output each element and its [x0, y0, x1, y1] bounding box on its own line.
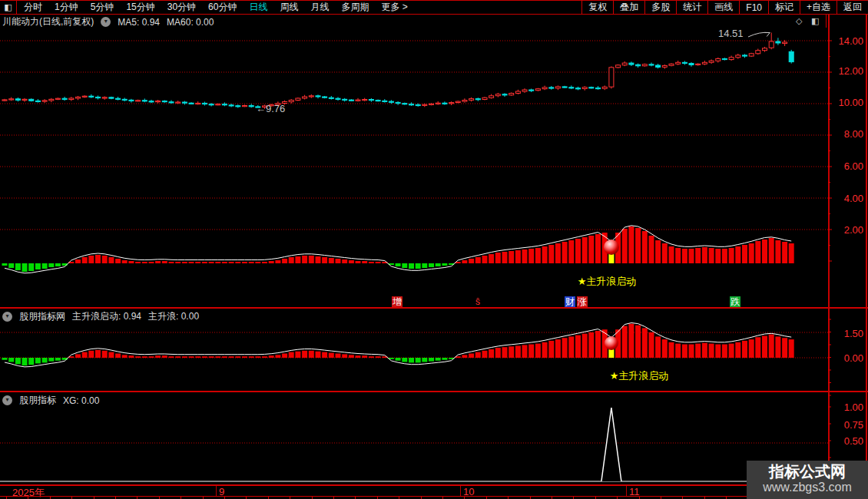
add-watchlist-button[interactable]: +自选 — [800, 1, 837, 14]
tab-monthly[interactable]: 月线 — [310, 1, 329, 14]
panel-separator — [0, 307, 868, 309]
panel2-title: 股朋指标网 — [19, 310, 65, 323]
marker-die[interactable]: 跌 — [730, 296, 740, 307]
tab-5min[interactable]: 5分钟 — [91, 1, 114, 14]
month-divider — [460, 486, 461, 496]
indicator-panel3-canvas[interactable] — [0, 392, 828, 484]
tongji-button[interactable]: 统计 — [676, 1, 707, 14]
tab-1min[interactable]: 1分钟 — [55, 1, 78, 14]
watermark-title: 指标公式网 — [747, 463, 868, 480]
header-divider — [826, 14, 827, 28]
tab-weekly[interactable]: 周线 — [280, 1, 298, 14]
panel-separator — [0, 391, 868, 392]
site-watermark: 指标公式网 www.zbgs3.com — [747, 461, 868, 499]
f10-button[interactable]: F10 — [739, 1, 768, 14]
ma60-readout: MA60: 0.00 — [167, 17, 214, 28]
duogu-button[interactable]: 多股 — [644, 1, 676, 14]
toolbar-right-buttons: 复权 叠加 多股 统计 画线 F10 标记 +自选 返回 — [581, 1, 868, 14]
tab-60min[interactable]: 60分钟 — [208, 1, 237, 14]
watermark-url: www.zbgs3.com — [747, 480, 868, 495]
date-axis[interactable]: 2025年 9 10 11 — [0, 484, 868, 499]
ma5-readout: MA5: 0.94 — [118, 17, 160, 28]
fuquan-button[interactable]: 复权 — [581, 1, 613, 14]
axis-ticks — [828, 14, 868, 485]
tab-multi-period[interactable]: 多周期 — [341, 1, 369, 14]
low-price-annotation: ←9.76 — [256, 103, 285, 114]
tab-more[interactable]: 更多 > — [381, 1, 407, 14]
collapse-chevron-icon[interactable]: ▾ — [101, 17, 111, 27]
trading-app-window: { "toolbar": { "window_icon": "◧", "peri… — [0, 0, 868, 499]
stock-title: 川能动力(日线,前复权) — [2, 15, 94, 28]
huaxian-button[interactable]: 画线 — [707, 1, 739, 14]
month-divider — [216, 486, 217, 496]
collapse-chevron-icon[interactable]: ▾ — [2, 395, 12, 405]
tab-fenshi[interactable]: 分时 — [24, 1, 42, 14]
biaoji-button[interactable]: 标记 — [768, 1, 800, 14]
tab-15min[interactable]: 15分钟 — [126, 1, 154, 14]
signal-label-panel2: ★主升浪启动 — [581, 369, 697, 383]
diamond-icon[interactable]: ◇ — [796, 16, 802, 26]
back-button[interactable]: 返回 — [837, 1, 868, 14]
month-divider — [626, 486, 627, 496]
panel3-readout-1: XG: 0.00 — [63, 395, 99, 406]
tab-30min[interactable]: 30分钟 — [167, 1, 196, 14]
panel3-header: ▾ 股朋指标 XG: 0.00 — [2, 394, 99, 407]
marker-zhang[interactable]: 涨 — [577, 296, 588, 307]
panel2-header: ▾ 股朋指标网 主升浪启动: 0.94 主升浪: 0.00 — [2, 310, 199, 323]
collapse-chevron-icon[interactable]: ▾ — [2, 312, 12, 322]
high-price-annotation: 14.51 — [718, 28, 744, 39]
window-right-border — [866, 0, 867, 499]
marker-s-flag[interactable]: ŝ — [475, 296, 481, 307]
tab-daily[interactable]: 日线 — [249, 1, 267, 14]
diejia-button[interactable]: 叠加 — [613, 1, 644, 14]
top-toolbar: ◧ 分时 1分钟 5分钟 15分钟 30分钟 60分钟 日线 周线 月线 多周期… — [0, 0, 868, 15]
period-tabs: 分时 1分钟 5分钟 15分钟 30分钟 60分钟 日线 周线 月线 多周期 更… — [17, 1, 408, 14]
split-window-icon[interactable]: ◧ — [811, 16, 819, 26]
main-chart-header: 川能动力(日线,前复权) ▾ MA5: 0.94 MA60: 0.00 — [2, 15, 214, 28]
timeline-base-line — [0, 496, 868, 497]
panel2-readout-1: 主升浪启动: 0.94 — [72, 310, 141, 323]
layout-icon[interactable]: ◧ — [0, 1, 17, 14]
timeline-top-line — [0, 484, 868, 486]
marker-zeng[interactable]: 增 — [392, 296, 403, 307]
marker-cai[interactable]: 财 — [565, 296, 575, 307]
main-chart-canvas[interactable] — [0, 14, 828, 308]
panel3-title: 股朋指标 — [19, 394, 56, 407]
panel2-readout-2: 主升浪: 0.00 — [148, 310, 199, 323]
signal-label-main: ★主升浪启动 — [549, 275, 664, 289]
